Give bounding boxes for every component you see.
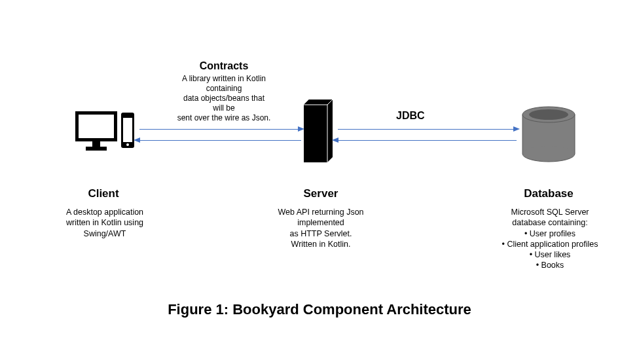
arrow-head-left-icon xyxy=(332,137,338,143)
contracts-title: Contracts xyxy=(158,60,289,72)
server-title: Server xyxy=(288,187,354,200)
svg-rect-3 xyxy=(86,147,107,151)
database-description: Microsoft SQL Server database containing… xyxy=(491,207,609,271)
arrow-db-to-server xyxy=(338,140,517,141)
client-icon xyxy=(74,110,136,158)
svg-rect-1 xyxy=(79,115,114,138)
database-icon xyxy=(519,105,578,167)
client-description: A desktop application written in Kotlin … xyxy=(59,207,151,239)
svg-rect-5 xyxy=(123,118,132,142)
svg-marker-7 xyxy=(304,100,333,162)
database-list: User profiles Client application profile… xyxy=(491,228,609,271)
arrow-head-right-icon xyxy=(298,126,304,132)
svg-point-6 xyxy=(126,143,129,146)
server-description: Web API returning Json implemented as HT… xyxy=(272,207,370,249)
server-icon xyxy=(304,100,337,168)
client-title: Client xyxy=(71,187,136,200)
svg-rect-2 xyxy=(92,141,100,147)
list-item: Books xyxy=(491,260,609,270)
arrow-head-right-icon xyxy=(513,126,520,132)
arrow-server-to-db xyxy=(338,129,517,130)
arrow-head-left-icon xyxy=(134,137,140,143)
svg-point-16 xyxy=(529,109,568,120)
database-title: Database xyxy=(516,187,581,200)
figure-caption: Figure 1: Bookyard Component Architectur… xyxy=(0,301,639,318)
arrow-client-to-server xyxy=(139,129,301,130)
contracts-description: A library written in Kotlin containing d… xyxy=(158,74,289,123)
list-item: User likes xyxy=(491,249,609,260)
contracts-block: Contracts A library written in Kotlin co… xyxy=(158,60,289,123)
list-item: Client application profiles xyxy=(491,239,609,249)
list-item: User profiles xyxy=(491,228,609,239)
jdbc-label: JDBC xyxy=(396,110,425,122)
arrow-server-to-client xyxy=(139,140,301,141)
